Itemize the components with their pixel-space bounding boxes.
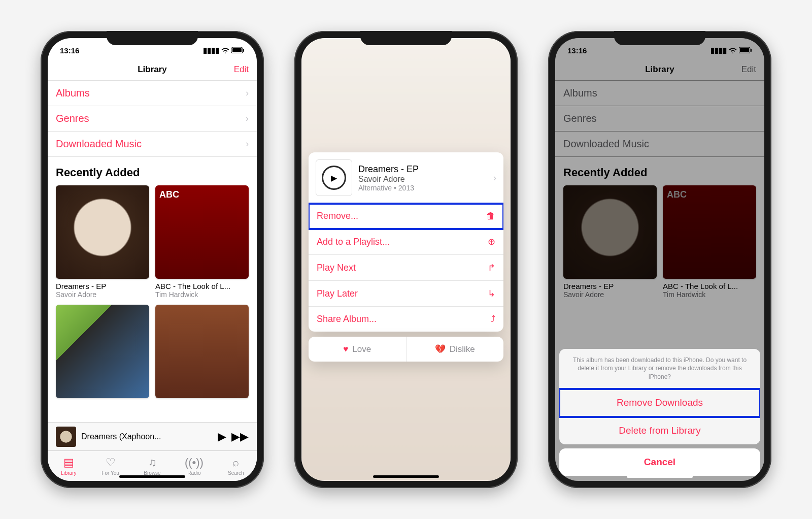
nav-bar: Library Edit <box>48 58 257 81</box>
context-menu-header[interactable]: ▶ Dreamers - EP Savoir Adore Alternative… <box>309 152 503 204</box>
library-row-label: Genres <box>56 113 89 124</box>
notch <box>614 31 705 45</box>
note-icon: ♫ <box>148 456 157 469</box>
album-art <box>155 185 249 279</box>
menu-item-label: Play Later <box>317 288 358 299</box>
now-playing-bar[interactable]: Dreamers (Xaphoon... ▶ ▶▶ <box>48 422 257 450</box>
album-art <box>56 185 149 279</box>
status-time: 13:16 <box>60 46 79 55</box>
tab-library[interactable]: ▤Library <box>48 451 89 481</box>
home-indicator[interactable] <box>119 475 185 478</box>
menu-album-meta: Alternative • 2013 <box>358 184 487 192</box>
menu-item-label: Share Album... <box>317 314 377 325</box>
now-playing-art <box>56 427 76 447</box>
play-next-icon: ↱ <box>488 262 495 273</box>
wifi-icon <box>221 46 229 55</box>
delete-from-library-button[interactable]: Delete from Library <box>559 417 760 444</box>
home-indicator[interactable] <box>627 475 693 478</box>
chevron-right-icon: › <box>246 88 249 99</box>
search-icon: ⌕ <box>232 456 239 469</box>
home-indicator[interactable] <box>373 475 439 478</box>
play-icon: ▶ <box>322 166 346 190</box>
menu-item-label: Remove... <box>317 211 358 221</box>
menu-album-artist: Savoir Adore <box>358 175 487 184</box>
phone-action-sheet: 13:16 ▮▮▮▮ Library Edit Albums Genres Do… <box>548 31 771 488</box>
context-menu: ▶ Dreamers - EP Savoir Adore Alternative… <box>309 152 503 332</box>
chevron-right-icon: › <box>246 139 249 149</box>
library-row-label: Downloaded Music <box>56 138 142 150</box>
menu-play-later[interactable]: Play Later ↳ <box>309 281 503 307</box>
play-icon[interactable]: ▶ <box>218 430 226 443</box>
action-sheet-message: This album has been downloaded to this i… <box>559 349 760 389</box>
love-dislike-bar: ♥ Love 💔 Dislike <box>309 337 503 362</box>
remove-downloads-button[interactable]: Remove Downloads <box>559 389 760 417</box>
svg-rect-1 <box>232 48 242 52</box>
album-artist: Tim Hardwick <box>155 290 249 299</box>
signal-icon: ▮▮▮▮ <box>203 46 219 55</box>
album-item[interactable] <box>155 305 249 398</box>
share-icon: ⤴ <box>491 314 495 325</box>
library-icon: ▤ <box>63 456 74 469</box>
add-icon: ⊕ <box>488 236 495 247</box>
radio-icon: ((•)) <box>185 456 204 469</box>
menu-add-to-playlist[interactable]: Add to a Playlist... ⊕ <box>309 229 503 255</box>
library-row-genres[interactable]: Genres › <box>48 106 257 132</box>
library-row-albums[interactable]: Albums › <box>48 81 257 106</box>
menu-item-label: Play Next <box>317 263 356 273</box>
library-row-label: Albums <box>56 87 90 99</box>
page-title: Library <box>138 64 167 75</box>
notch <box>360 31 452 45</box>
status-icons: ▮▮▮▮ <box>203 46 245 55</box>
heart-filled-icon: ♥ <box>343 344 348 354</box>
action-sheet: This album has been downloaded to this i… <box>559 349 760 476</box>
cancel-button[interactable]: Cancel <box>559 448 760 476</box>
now-playing-title: Dreamers (Xaphoon... <box>81 432 213 441</box>
album-art <box>155 305 249 398</box>
edit-button[interactable]: Edit <box>234 64 249 75</box>
menu-play-next[interactable]: Play Next ↱ <box>309 255 503 281</box>
trash-icon: 🗑 <box>486 211 495 221</box>
heart-slash-icon: 💔 <box>435 344 446 354</box>
album-title: Dreamers - EP <box>56 282 149 290</box>
battery-icon <box>231 46 245 55</box>
album-art: ▶ <box>316 159 352 196</box>
svg-rect-2 <box>243 49 244 52</box>
chevron-right-icon: › <box>493 173 496 183</box>
play-later-icon: ↳ <box>488 288 495 299</box>
love-button[interactable]: ♥ Love <box>309 337 407 362</box>
menu-item-label: Add to a Playlist... <box>317 237 390 247</box>
notch <box>107 31 198 45</box>
heart-icon: ♡ <box>106 456 116 469</box>
tab-search[interactable]: ⌕Search <box>215 451 257 481</box>
forward-icon[interactable]: ▶▶ <box>231 430 249 443</box>
chevron-right-icon: › <box>246 113 249 124</box>
album-item[interactable]: ABC - The Look of L... Tim Hardwick <box>155 185 249 299</box>
library-row-downloaded[interactable]: Downloaded Music › <box>48 132 257 157</box>
album-item[interactable] <box>56 305 149 398</box>
menu-share-album[interactable]: Share Album... ⤴ <box>309 307 503 332</box>
dislike-button[interactable]: 💔 Dislike <box>407 337 504 362</box>
phone-library: 13:16 ▮▮▮▮ Library Edit Albums › Genres <box>41 31 264 488</box>
phone-context-menu: ▶ Dreamers - EP Savoir Adore Alternative… <box>294 31 518 488</box>
album-art <box>56 305 149 398</box>
menu-remove[interactable]: Remove... 🗑 <box>309 204 503 229</box>
album-item[interactable]: Dreamers - EP Savoir Adore <box>56 185 149 299</box>
section-recently-added: Recently Added <box>48 157 257 185</box>
menu-album-title: Dreamers - EP <box>358 164 487 175</box>
album-title: ABC - The Look of L... <box>155 282 249 290</box>
album-artist: Savoir Adore <box>56 290 149 299</box>
